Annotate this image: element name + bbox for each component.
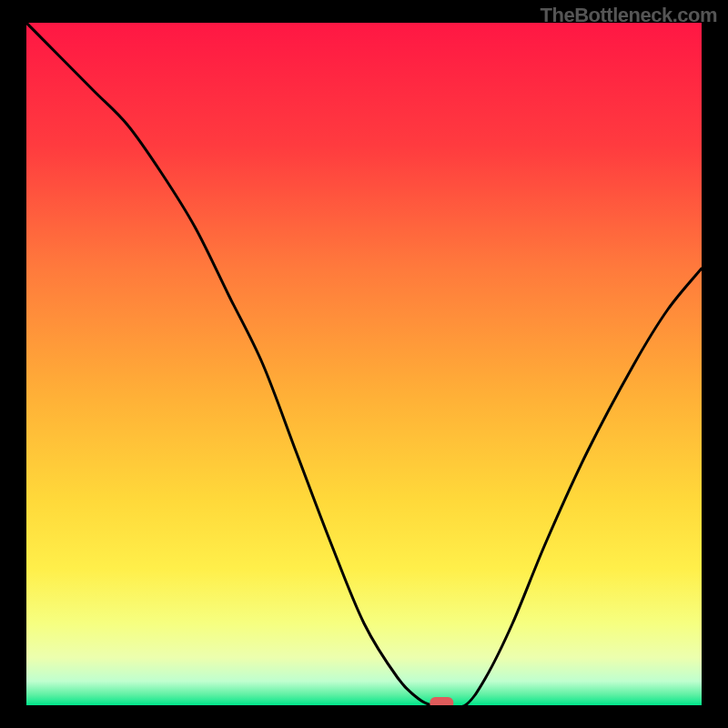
chart-frame: TheBottleneck.com xyxy=(0,0,728,728)
optimal-marker xyxy=(430,697,453,705)
bottleneck-chart-svg xyxy=(26,23,702,705)
watermark-text: TheBottleneck.com xyxy=(541,4,717,27)
plot-area xyxy=(26,23,702,705)
